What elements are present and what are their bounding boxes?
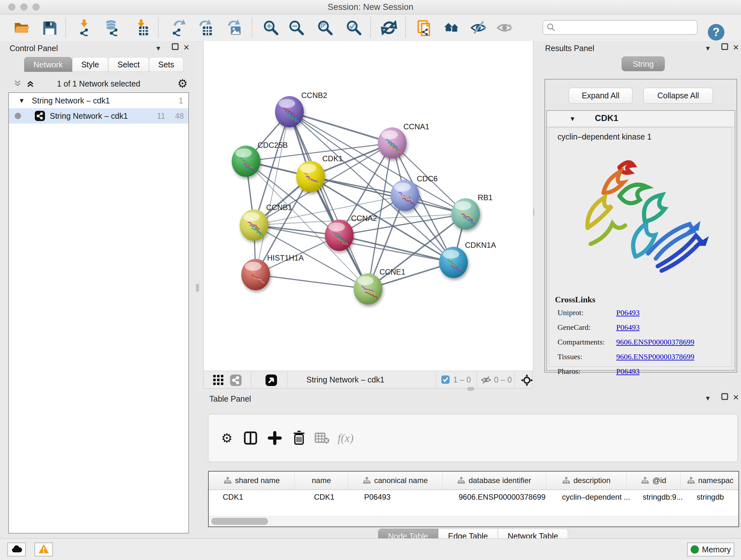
crosslink-link[interactable]: P06493 (616, 367, 639, 376)
results-panel-collapse-icon[interactable]: ▾ (706, 44, 710, 53)
column-header-database-identifier[interactable]: database identifier (443, 472, 546, 489)
tab-sets[interactable]: Sets (149, 57, 184, 72)
zoom-out-icon[interactable] (287, 19, 306, 37)
zoom-selected-icon[interactable] (345, 19, 363, 37)
node-table[interactable]: shared namenamecanonical namedatabase id… (208, 471, 739, 527)
cell-namespac[interactable]: stringdb (697, 493, 724, 502)
edge-HIST1H1A-CCNE1[interactable] (256, 274, 368, 289)
crosslink-link[interactable]: P06493 (616, 308, 639, 317)
left-splitter-handle[interactable] (196, 284, 199, 292)
tab-select[interactable]: Select (108, 57, 149, 72)
window-title: Session: New Session (0, 2, 741, 12)
node-CDC25B[interactable] (232, 145, 260, 177)
tab-string[interactable]: String (622, 57, 665, 71)
export-network-icon[interactable] (170, 19, 188, 37)
column-header-namespac[interactable]: namespac (681, 472, 739, 489)
protein-collapse-icon[interactable]: ▼ (569, 115, 576, 123)
cell-shared-name[interactable]: CDK1 (223, 493, 243, 502)
cell-description[interactable]: cyclin–dependent ... (562, 493, 630, 502)
edge-CCNB2-HIST1H1A[interactable] (256, 112, 289, 274)
zoom-in-icon[interactable] (262, 19, 280, 37)
create-column-plus-icon[interactable] (266, 430, 283, 446)
node-HIST1H1A[interactable] (241, 259, 270, 290)
node-CCNB1[interactable] (240, 209, 268, 241)
import-database-icon[interactable] (104, 19, 121, 37)
column-header-shared-name[interactable]: shared name (209, 472, 295, 489)
delete-column-trash-icon[interactable] (291, 430, 307, 446)
save-icon[interactable] (41, 19, 58, 37)
column-header-canonical-name[interactable]: canonical name (348, 472, 443, 489)
network-edges (246, 112, 466, 289)
show-columns-icon[interactable] (242, 430, 259, 446)
table-options-gear-icon[interactable]: ⚙ (219, 430, 235, 446)
birdseye-grid-icon[interactable] (212, 374, 224, 387)
toolbar-separator (405, 17, 406, 38)
bottom-splitter-handle[interactable] (467, 387, 474, 391)
network-row-selected[interactable]: String Network – cdk1 11 48 (9, 108, 188, 124)
collection-expand-icon[interactable]: ▼ (18, 97, 25, 105)
results-panel-close-icon[interactable]: ✕ (733, 43, 739, 52)
node-RB1[interactable] (451, 198, 480, 230)
expand-all-button[interactable]: Expand All (569, 88, 632, 104)
fit-selected-crosshair-icon[interactable] (520, 374, 534, 388)
memory-button[interactable]: Memory (687, 543, 734, 557)
warnings-button[interactable] (35, 543, 53, 557)
table-scrollbar-thumb[interactable] (211, 518, 268, 525)
edge-CCNB2-CCNE1[interactable] (289, 112, 368, 289)
column-header-description[interactable]: description (546, 472, 627, 489)
crosslink-link[interactable]: 9606.ENSP00000378699 (616, 353, 694, 361)
control-panel-float-icon[interactable] (171, 43, 179, 53)
import-table-icon[interactable] (131, 19, 149, 37)
table-horizontal-scrollbar[interactable] (209, 516, 738, 526)
export-image-icon[interactable] (224, 19, 242, 37)
selected-checkbox-icon[interactable] (441, 375, 450, 385)
refresh-icon[interactable] (380, 19, 398, 37)
table-panel-collapse-icon[interactable]: ▾ (706, 394, 710, 402)
help-button[interactable]: ? (708, 24, 724, 41)
zoom-fit-icon[interactable] (316, 19, 334, 37)
protein-card-header[interactable]: ▼ CDK1 (547, 111, 735, 127)
hidden-eye-icon[interactable] (481, 375, 491, 386)
network-options-gear-icon[interactable]: ⚙ (178, 77, 188, 90)
network-canvas[interactable]: CCNB2 CCNA1 CDC25B CDK1 CDC6 RB1 CCNB1 C… (203, 41, 533, 371)
cell-name[interactable]: CDK1 (314, 493, 334, 502)
edge-CDK1-RB1[interactable] (311, 177, 466, 214)
import-network-icon[interactable] (77, 19, 94, 37)
control-panel-collapse-icon[interactable]: ▾ (156, 44, 160, 53)
node-CDC6[interactable] (391, 180, 419, 211)
node-CCNE1[interactable] (354, 273, 382, 305)
open-in-new-window-icon[interactable] (265, 374, 278, 388)
network-from-selection-icon[interactable] (415, 19, 433, 37)
tab-network[interactable]: Network (24, 57, 72, 72)
table-panel-close-icon[interactable]: ✕ (733, 393, 739, 402)
cell-@id[interactable]: stringdb:9... (643, 493, 683, 502)
tab-style[interactable]: Style (72, 57, 109, 72)
crosslink-link[interactable]: 9606.ENSP00000378699 (616, 338, 694, 347)
open-folder-icon[interactable] (13, 19, 30, 37)
node-CCNA1[interactable] (378, 127, 407, 159)
column-header-@id[interactable]: @id (627, 472, 681, 489)
collapse-all-button[interactable]: Collapse All (643, 88, 713, 104)
column-header-name[interactable]: name (295, 472, 348, 489)
network-collection-row[interactable]: ▼ String Network – cdk1 1 (9, 93, 188, 108)
node-CCNA2[interactable] (325, 220, 354, 251)
node-CDKN1A[interactable] (439, 247, 468, 278)
show-all-icon[interactable] (495, 19, 514, 37)
crosslink-link[interactable]: P06493 (616, 323, 639, 332)
node-CCNB2[interactable] (275, 96, 304, 127)
network-view-title: String Network – cdk1 (307, 375, 385, 384)
cell-canonical-name[interactable]: P06493 (364, 493, 391, 502)
results-panel-float-icon[interactable] (721, 43, 729, 53)
network-overview-share-icon[interactable] (230, 374, 242, 388)
hide-selected-icon[interactable] (469, 19, 487, 37)
node-CDK1[interactable] (296, 161, 325, 192)
cell-database-identifier[interactable]: 9606.ENSP00000378699 (459, 493, 545, 502)
edge-CCNB2-CCNA1[interactable] (289, 112, 392, 143)
search-input[interactable] (559, 20, 697, 35)
export-table-icon[interactable] (195, 19, 213, 37)
cloud-button[interactable] (7, 543, 26, 557)
first-neighbors-icon[interactable] (442, 19, 460, 37)
control-panel-close-icon[interactable]: ✕ (183, 43, 190, 52)
search-box[interactable] (542, 20, 697, 35)
table-panel-float-icon[interactable] (721, 392, 729, 402)
